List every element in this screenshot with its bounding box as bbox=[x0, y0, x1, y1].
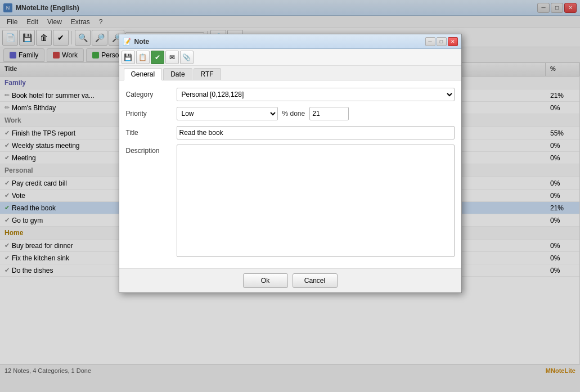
dialog-close-button[interactable]: ✕ bbox=[448, 37, 458, 46]
dialog-check-button[interactable]: ✔ bbox=[151, 51, 164, 64]
priority-controls: Low Medium High % done bbox=[177, 107, 455, 120]
tab-date[interactable]: Date bbox=[163, 68, 192, 80]
ok-button[interactable]: Ok bbox=[243, 273, 288, 288]
dialog-minimize-button[interactable]: ─ bbox=[425, 37, 435, 46]
category-row: Category Personal [0,128,128] Family Wor… bbox=[126, 87, 455, 102]
category-control: Personal [0,128,128] Family Work Home bbox=[177, 88, 455, 101]
dialog-body: Category Personal [0,128,128] Family Wor… bbox=[119, 80, 461, 268]
tab-rtf[interactable]: RTF bbox=[194, 68, 221, 80]
tab-general[interactable]: General bbox=[124, 68, 163, 80]
description-textarea[interactable] bbox=[177, 145, 455, 257]
dialog-saveas-button[interactable]: 📋 bbox=[136, 51, 150, 64]
dialog-title-left: 📝 Note bbox=[123, 38, 150, 46]
priority-select[interactable]: Low Medium High bbox=[177, 107, 278, 120]
description-label: Description bbox=[126, 145, 177, 155]
dialog-controls: ─ □ ✕ bbox=[425, 37, 458, 46]
title-row: Title bbox=[126, 125, 455, 140]
dialog-title-bar: 📝 Note ─ □ ✕ bbox=[119, 34, 461, 49]
dialog-attach-button[interactable]: 📎 bbox=[180, 51, 194, 64]
category-select[interactable]: Personal [0,128,128] Family Work Home bbox=[177, 88, 455, 101]
dialog-email-button[interactable]: ✉ bbox=[165, 51, 179, 64]
description-row: Description bbox=[126, 145, 455, 257]
cancel-button[interactable]: Cancel bbox=[293, 273, 338, 288]
priority-row: Priority Low Medium High % done bbox=[126, 106, 455, 121]
note-dialog: 📝 Note ─ □ ✕ 💾 📋 ✔ ✉ 📎 General Date RTF bbox=[119, 34, 462, 293]
title-input[interactable] bbox=[177, 126, 455, 139]
dialog-restore-button[interactable]: □ bbox=[437, 37, 447, 46]
dialog-save-button[interactable]: 💾 bbox=[122, 51, 135, 64]
pct-done-input[interactable] bbox=[309, 107, 349, 120]
dialog-icon: 📝 bbox=[123, 38, 131, 46]
dialog-tabs: General Date RTF bbox=[119, 66, 461, 80]
dialog-overlay: 📝 Note ─ □ ✕ 💾 📋 ✔ ✉ 📎 General Date RTF bbox=[0, 0, 580, 392]
dialog-toolbar: 💾 📋 ✔ ✉ 📎 bbox=[119, 49, 461, 66]
pct-done-label: % done bbox=[282, 110, 305, 118]
category-label: Category bbox=[126, 91, 177, 98]
dialog-footer: Ok Cancel bbox=[119, 268, 461, 292]
title-label: Title bbox=[126, 129, 177, 137]
dialog-title: Note bbox=[134, 38, 150, 46]
priority-label: Priority bbox=[126, 110, 177, 118]
